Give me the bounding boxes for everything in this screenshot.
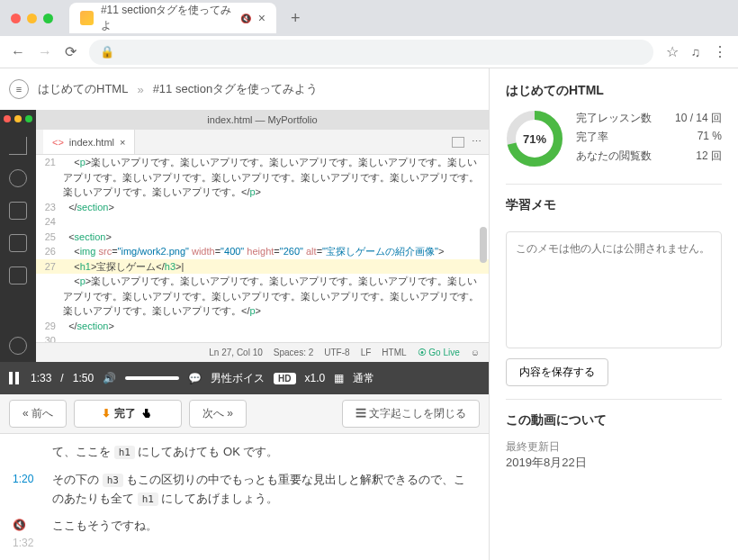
browser-tab[interactable]: #11 sectionタグを使ってみよ 🔇 × <box>69 3 276 33</box>
stat-row: 完了レッスン数10 / 14 回 <box>576 111 722 126</box>
volume-icon[interactable]: 🔊 <box>103 372 116 384</box>
progress-ring: 71% <box>506 110 563 167</box>
back-icon[interactable]: ← <box>11 44 25 60</box>
cursor-pointer-icon <box>140 407 154 421</box>
memo-heading: 学習メモ <box>506 197 722 213</box>
mode-label[interactable]: 通常 <box>353 371 374 386</box>
encoding-indicator[interactable]: UTF-8 <box>324 348 349 357</box>
file-tab-label: index.html <box>69 137 114 148</box>
feedback-icon[interactable]: ☺ <box>471 348 480 357</box>
editor-maximize-icon[interactable] <box>25 115 32 122</box>
transcript-line[interactable]: 1:20その下の h3 もこの区切りの中でもっとも重要な見出しと解釈できるので、… <box>13 471 476 509</box>
debug-icon[interactable] <box>9 234 27 252</box>
voice-label[interactable]: 男性ボイス <box>211 371 265 386</box>
editor-title-bar: index.html — MyPortfolio <box>36 110 489 130</box>
speed-control[interactable]: x1.0 <box>305 372 326 384</box>
next-button[interactable]: 次へ » <box>189 400 247 428</box>
about-heading: この動画について <box>506 412 722 429</box>
done-button[interactable]: ⬇完了 <box>74 400 182 428</box>
git-icon[interactable] <box>9 202 27 220</box>
browser-toolbar: ← → ⟳ 🔒 ☆ ♫ ⋮ <box>0 36 738 68</box>
video-current-time: 1:33 <box>31 372 51 384</box>
stat-row: あなたの閲覧数12 回 <box>576 149 722 164</box>
forward-icon[interactable]: → <box>38 44 52 60</box>
close-window-icon[interactable] <box>11 14 21 23</box>
menu-icon[interactable]: ⋮ <box>713 43 727 60</box>
more-icon[interactable]: ⋯ <box>472 136 482 148</box>
code-line[interactable]: 23 </section> <box>36 200 489 215</box>
lesson-controls: « 前へ ⬇完了 次へ » ☰ 文字起こしを閉じる <box>0 394 489 434</box>
editor-status-bar: Ln 27, Col 10 Spaces: 2 UTF-8 LF HTML ⦿ … <box>36 342 489 362</box>
new-tab-button[interactable]: + <box>291 9 301 28</box>
save-memo-button[interactable]: 内容を保存する <box>506 358 608 386</box>
prev-button[interactable]: « 前へ <box>9 400 67 428</box>
split-editor-icon[interactable] <box>452 137 464 148</box>
code-line[interactable]: 24 <box>36 214 489 230</box>
go-live-button[interactable]: ⦿ Go Live <box>418 348 460 357</box>
transcript: て、ここを h1 にしてあけても OK です。1:20その下の h3 もこの区切… <box>0 434 489 560</box>
code-line[interactable]: <p>楽しいアプリです。楽しいアプリです。楽しいアプリです。楽しいアプリです。楽… <box>36 274 489 319</box>
browser-tab-strip: #11 sectionタグを使ってみよ 🔇 × + <box>0 0 738 36</box>
reload-icon[interactable]: ⟳ <box>65 43 76 60</box>
voice-icon: 💬 <box>188 372 202 384</box>
explorer-icon[interactable] <box>9 137 27 155</box>
lang-indicator[interactable]: HTML <box>382 348 406 357</box>
progress-percent: 71% <box>506 110 563 167</box>
spaces-indicator[interactable]: Spaces: 2 <box>274 348 313 357</box>
window-controls <box>11 14 53 23</box>
address-bar[interactable]: 🔒 <box>89 40 653 65</box>
pause-button[interactable] <box>9 372 22 384</box>
editor-activity-bar <box>0 110 36 362</box>
video-controls: 1:33 / 1:50 🔊 💬 男性ボイス HD x1.0 ▦ 通常 <box>0 362 489 394</box>
close-transcript-button[interactable]: ☰ 文字起こしを閉じる <box>342 400 480 428</box>
breadcrumb: ≡ はじめてのHTML » #11 sectionタグを使ってみよう <box>0 68 489 110</box>
course-title: はじめてのHTML <box>506 83 722 99</box>
volume-slider[interactable] <box>125 376 179 380</box>
code-line[interactable]: 29 </section> <box>36 319 489 334</box>
search-icon[interactable] <box>9 169 27 187</box>
editor-minimize-icon[interactable] <box>14 115 22 122</box>
mute-icon[interactable]: 🔇 <box>240 14 251 23</box>
progress-stats: 完了レッスン数10 / 14 回完了率71 %あなたの閲覧数12 回 <box>576 111 722 167</box>
updated-value: 2019年8月22日 <box>506 455 722 471</box>
code-editor[interactable]: 21 <p>楽しいアプリです。楽しいアプリです。楽しいアプリです。楽しいアプリで… <box>36 155 489 342</box>
gear-icon[interactable] <box>9 337 27 355</box>
editor-close-icon[interactable] <box>4 115 11 122</box>
hd-badge[interactable]: HD <box>274 373 295 384</box>
file-tab[interactable]: <> index.html × <box>43 130 135 154</box>
tab-title: #11 sectionタグを使ってみよ <box>101 3 233 33</box>
editor-tab-row: <> index.html × ⋯ <box>36 130 489 155</box>
code-line[interactable]: 21 <p>楽しいアプリです。楽しいアプリです。楽しいアプリです。楽しいアプリで… <box>36 155 489 200</box>
code-line[interactable]: 27 <h1>宝探しゲーム</h3>| <box>36 259 489 275</box>
eol-indicator[interactable]: LF <box>361 348 372 357</box>
memo-textarea[interactable] <box>506 231 722 348</box>
maximize-window-icon[interactable] <box>43 14 53 23</box>
video-total-time: 1:50 <box>73 372 94 384</box>
breadcrumb-lesson: #11 sectionタグを使ってみよう <box>153 81 319 97</box>
favicon-icon <box>80 11 94 25</box>
breadcrumb-course[interactable]: はじめてのHTML <box>38 81 128 97</box>
breadcrumb-separator: » <box>137 83 143 96</box>
star-icon[interactable]: ☆ <box>666 43 679 60</box>
extensions-icon[interactable] <box>9 266 27 285</box>
sidebar: はじめてのHTML 71% 完了レッスン数10 / 14 回完了率71 %あなた… <box>490 68 738 560</box>
transcript-line[interactable]: 🔇 1:32ここもそうですね。 <box>13 517 476 551</box>
transcript-line[interactable]: て、ここを h1 にしてあけても OK です。 <box>13 443 476 462</box>
minimize-window-icon[interactable] <box>27 14 37 23</box>
code-line[interactable]: 30 <box>36 333 489 342</box>
menu-toggle-icon[interactable]: ≡ <box>9 79 29 99</box>
close-file-icon[interactable]: × <box>120 137 125 148</box>
layout-icon[interactable]: ▦ <box>334 372 344 384</box>
editor-window-title: index.html — MyPortfolio <box>36 114 489 125</box>
playlist-icon[interactable]: ♫ <box>691 45 701 59</box>
cursor-position[interactable]: Ln 27, Col 10 <box>209 348 263 357</box>
stat-row: 完了率71 % <box>576 130 722 145</box>
scrollbar[interactable] <box>480 227 487 263</box>
code-line[interactable]: 26 <img src="img/work2.png" width="400" … <box>36 244 489 259</box>
code-line[interactable]: 25 <section> <box>36 230 489 245</box>
lock-icon: 🔒 <box>100 45 114 59</box>
updated-label: 最終更新日 <box>506 439 722 455</box>
close-tab-icon[interactable]: × <box>258 11 266 25</box>
